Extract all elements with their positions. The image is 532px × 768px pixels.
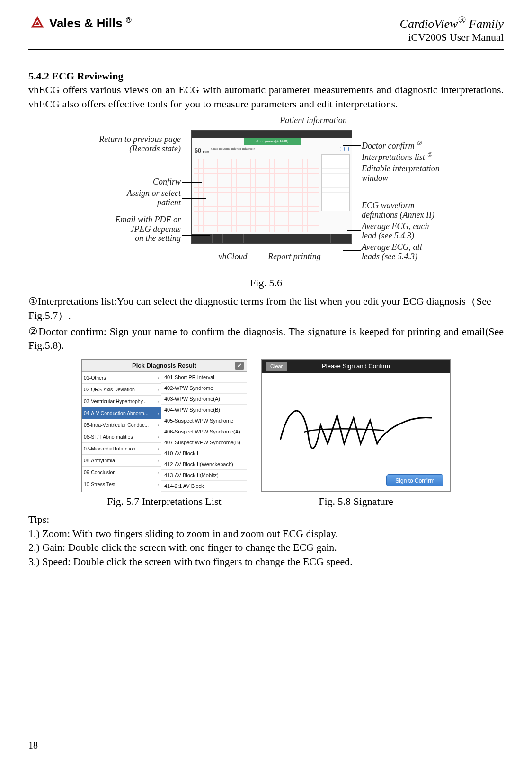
fig57-category-item[interactable]: 01-Others› bbox=[82, 372, 161, 384]
callout-assign-patient: Assign or select patient bbox=[91, 189, 181, 208]
callout-edit-interp: Editable interpretation window bbox=[362, 164, 440, 183]
fig57-category-item[interactable]: 10-Stress Test› bbox=[82, 478, 161, 490]
callout-doctor-confirm-mark: ② bbox=[417, 140, 422, 147]
chevron-right-icon: › bbox=[158, 443, 160, 455]
fig56-hr-value: 68 bbox=[195, 147, 201, 154]
fig56-side-panel bbox=[321, 154, 350, 211]
fig57-diagnosis-item[interactable]: 401-Short PR Interval bbox=[161, 372, 247, 383]
fig57: Pick Diagnosis Result ✓ 01-Others›02-QRS… bbox=[81, 359, 247, 509]
title-family: Family bbox=[466, 17, 504, 31]
tip-1: 1.) Zoom: With two fingers sliding to zo… bbox=[28, 527, 504, 541]
fig57-category-item[interactable]: 02-QRS-Axis Deviation› bbox=[82, 384, 161, 396]
doc-title-line1: CardioView® Family bbox=[400, 14, 504, 31]
fig-row: Pick Diagnosis Result ✓ 01-Others›02-QRS… bbox=[28, 359, 504, 509]
fig57-category-item[interactable]: 07-Miocardial Infarction› bbox=[82, 443, 161, 455]
fig58-clear-button[interactable]: Clear bbox=[266, 362, 287, 371]
callout-email: Email with PDF or JPEG depends on the se… bbox=[86, 215, 181, 243]
callout-edit-interp-text: Editable interpretation window bbox=[362, 164, 440, 183]
fig56-ecg-area bbox=[194, 159, 319, 232]
tips-heading: Tips: bbox=[28, 512, 504, 527]
section-intro: vhECG offers various views on an ECG wit… bbox=[28, 83, 504, 111]
fig57-caption: Fig. 5.7 Interpretations List bbox=[107, 494, 221, 509]
fig57-check-icon[interactable]: ✓ bbox=[235, 362, 244, 370]
fig57-diagnosis-item[interactable]: 406-Suspect WPW Syndrome(A) bbox=[161, 426, 247, 437]
title-brand-v: V bbox=[434, 17, 441, 31]
fig57-diagnosis-list[interactable]: 401-Short PR Interval402-WPW Syndrome403… bbox=[161, 372, 247, 492]
fig58-confirm-button[interactable]: Sign to Confirm bbox=[386, 474, 443, 486]
fig56-wrap: Anonymous [# 1408] 68 bpm Sinus Rhythm, … bbox=[28, 117, 504, 273]
p1-mark: ① bbox=[28, 295, 38, 307]
fig56-bottombar bbox=[192, 234, 352, 243]
fig58-header-text: Please Sign and Confirm bbox=[322, 362, 390, 370]
chevron-right-icon: › bbox=[158, 384, 160, 396]
callout-avg-all-text: Average ECG, all leads (see 5.4.3) bbox=[362, 242, 422, 261]
chevron-right-icon: › bbox=[158, 372, 160, 384]
chevron-right-icon: › bbox=[158, 396, 160, 407]
fig57-category-item[interactable]: 09-Conclusion› bbox=[82, 467, 161, 478]
brand-reg: ® bbox=[126, 16, 132, 24]
callout-avg-all: Average ECG, all leads (see 5.4.3) bbox=[362, 243, 422, 262]
fig57-category-item[interactable]: 04-A-V Conduction Abnorm...› bbox=[82, 407, 161, 419]
doc-title-line2: iCV200S User Manual bbox=[400, 31, 504, 44]
callout-doctor-confirm: Doctor confirm ② bbox=[362, 141, 422, 151]
fig57-diagnosis-item[interactable]: 410-AV Block I bbox=[161, 448, 247, 459]
callout-ecg-def: ECG waveform definitions (Annex II) bbox=[362, 201, 434, 220]
callout-interp-list: Interpretations list ① bbox=[362, 152, 432, 162]
callout-avg-each-text: Average ECG, each lead (see 5.4.3) bbox=[362, 221, 429, 240]
fig56-caption: Fig. 5.6 bbox=[28, 276, 504, 290]
chevron-right-icon: › bbox=[158, 407, 160, 419]
fig58-signature-area[interactable] bbox=[262, 373, 450, 472]
fig57-diagnosis-item[interactable]: 407-Suspect WPW Syndrome(B) bbox=[161, 437, 247, 448]
section-heading: 5.4.2 ECG Reviewing bbox=[28, 69, 504, 83]
fig58-header: Clear Please Sign and Confirm bbox=[262, 360, 450, 373]
interp-point-2: ②Doctor confirm: Sign your name to confi… bbox=[28, 325, 504, 353]
chevron-right-icon: › bbox=[158, 490, 160, 492]
callout-doctor-confirm-text: Doctor confirm bbox=[362, 141, 415, 150]
brand-logo-icon bbox=[28, 14, 46, 32]
fig56-doctor-confirm-icon bbox=[337, 147, 341, 151]
fig58: Clear Please Sign and Confirm Sign to Co… bbox=[261, 359, 451, 509]
fig58-caption: Fig. 5.8 Signature bbox=[319, 494, 393, 509]
brand-text: Vales & Hills ® bbox=[49, 16, 132, 31]
callout-assign-patient-text: Assign or select patient bbox=[127, 188, 181, 207]
fig57-diagnosis-item[interactable]: 413-AV Block II(Mobitz) bbox=[161, 470, 247, 481]
fig57-category-item[interactable]: 08-Arrhythmia› bbox=[82, 455, 161, 467]
fig56: Anonymous [# 1408] 68 bpm Sinus Rhythm, … bbox=[72, 117, 460, 273]
fig57-diagnosis-item[interactable]: 402-WPW Syndrome bbox=[161, 383, 247, 394]
fig57-category-list[interactable]: 01-Others›02-QRS-Axis Deviation›03-Ventr… bbox=[82, 372, 161, 492]
tips-block: Tips: 1.) Zoom: With two fingers sliding… bbox=[28, 512, 504, 569]
fig57-category-item[interactable]: 03-Ventricular Hypertrophy...› bbox=[82, 396, 161, 407]
tip-3: 3.) Speed: Double click the screen with … bbox=[28, 555, 504, 569]
fig57-diagnosis-item[interactable]: 404-WPW Syndrome(B) bbox=[161, 405, 247, 415]
callout-interp-list-text: Interpretations list bbox=[362, 152, 425, 162]
callout-ecg-def-text: ECG waveform definitions (Annex II) bbox=[362, 201, 434, 220]
fig57-diagnosis-item[interactable]: 403-WPW Syndrome(A) bbox=[161, 394, 247, 405]
callout-report-print: Report printing bbox=[257, 252, 332, 262]
callout-interp-list-mark: ① bbox=[427, 151, 432, 158]
p2-text: Doctor confirm: Sign your name to confir… bbox=[28, 326, 504, 352]
fig57-diagnosis-item[interactable]: 412-AV Block II(Wenckebach) bbox=[161, 459, 247, 470]
interp-point-1: ①Interpretations list:You can select the… bbox=[28, 294, 504, 322]
callout-patient-info: Patient information bbox=[266, 116, 361, 125]
tip-2: 2.) Gain: Double click the screen with o… bbox=[28, 540, 504, 555]
fig57-category-item[interactable]: 06-ST/T Abnormalities› bbox=[82, 431, 161, 443]
callout-return-prev-text: Return to previous page (Records state) bbox=[99, 134, 181, 153]
header-divider bbox=[28, 49, 504, 50]
title-brand-suffix: iew bbox=[441, 17, 458, 31]
fig56-topbar bbox=[192, 131, 352, 138]
fig57-header-text: Pick Diagnosis Result bbox=[132, 360, 196, 372]
fig57-category-item[interactable]: 05-Intra-Ventricular Conduc...› bbox=[82, 419, 161, 431]
chevron-right-icon: › bbox=[158, 431, 160, 443]
fig57-diagnosis-item[interactable]: 405-Suspect WPW Syndrome bbox=[161, 415, 247, 426]
callout-avg-each: Average ECG, each lead (see 5.4.3) bbox=[362, 222, 429, 241]
callout-vhcloud: vhCloud bbox=[204, 252, 261, 262]
page-number: 18 bbox=[28, 740, 38, 751]
title-reg: ® bbox=[458, 14, 465, 26]
fig58-box: Clear Please Sign and Confirm Sign to Co… bbox=[261, 359, 451, 492]
fig57-diagnosis-item[interactable]: 414-2:1 AV Block bbox=[161, 481, 247, 492]
p1-text: Interpretations list:You can select the … bbox=[28, 295, 491, 321]
page-header: Vales & Hills ® CardioView® Family iCV20… bbox=[28, 14, 504, 47]
fig57-category-item[interactable]: Customized Diagnosis› bbox=[82, 490, 161, 492]
fig56-patient-name: Anonymous [# 1408] bbox=[244, 138, 301, 145]
callout-return-prev: Return to previous page (Records state) bbox=[72, 135, 181, 154]
